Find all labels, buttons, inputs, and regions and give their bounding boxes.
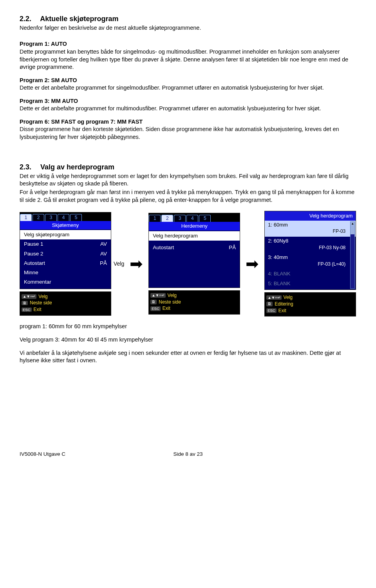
esc-icon: ESC: [150, 306, 161, 311]
intro-2-2: Nedenfor følger en beskrivelse av de mes…: [20, 24, 356, 32]
menu-item[interactable]: AutostartPÅ: [20, 259, 111, 268]
tab-3[interactable]: 3: [45, 214, 57, 221]
tab-5[interactable]: 5: [70, 214, 82, 221]
program-6-7: Program 6: SM FAST og program 7: MM FAST…: [20, 118, 356, 141]
screen-herdemeny: 1 2 3 4 5 Herdemeny Velg herdeprogram Au…: [148, 213, 240, 288]
menu-item[interactable]: Velg skjøteprogram: [20, 230, 111, 239]
scroll-up-icon[interactable]: ▲: [351, 222, 354, 226]
velg-label: Velg: [114, 260, 124, 268]
arrows-icon: ▲▼+↵: [150, 293, 165, 298]
menu-item[interactable]: Velg herdeprogram: [149, 231, 240, 241]
page-icon: 🗎: [150, 300, 157, 304]
arrow-right-icon: ➡: [246, 256, 259, 272]
program-item[interactable]: 4: BLANK: [265, 270, 356, 280]
program-1: Program 1: AUTO Dette programmet kan ben…: [20, 40, 356, 71]
post-line-1: program 1: 60mm for 60 mm krympehylser: [20, 323, 356, 331]
program-item[interactable]: 5: BLANK: [265, 279, 356, 290]
scroll-thumb[interactable]: [351, 226, 354, 234]
page-icon: 🗎: [266, 302, 273, 306]
program-item[interactable]: 2: 60Ny8 FP-03 Ny-08: [265, 237, 356, 253]
para-2-3-b: For å velge herdeprogram går man først i…: [20, 189, 356, 204]
esc-icon: ESC: [266, 308, 277, 313]
screen-velg-herdeprogram: Velg herdeprogram 1: 60mm FP-03 2: 60Ny8…: [264, 211, 356, 290]
post-line-3: Vi anbefaler å la skjøtehylsene avkjøle …: [20, 349, 356, 365]
arrows-icon: ▲▼+↵: [266, 295, 281, 300]
screen-title: Herdemeny: [149, 222, 240, 230]
hint-bar: ▲▼+↵Velg 🗎Neste side ESCExit: [148, 290, 240, 315]
esc-icon: ESC: [22, 307, 32, 312]
page-footer: IV5008-N Utgave C Side 8 av 23: [20, 451, 356, 458]
arrow-right-icon: ➡: [130, 256, 143, 272]
menu-item[interactable]: AutostartPÅ: [149, 243, 240, 252]
program-3: Program 3: MM AUTO Dette er det anbefalt…: [20, 97, 356, 113]
footer-left: IV5008-N Utgave C: [20, 451, 65, 458]
screen-title: Velg herdeprogram: [265, 211, 356, 221]
program-item[interactable]: 3: 40mm FP-03 (L=40): [265, 253, 356, 270]
tab-1[interactable]: 1: [149, 215, 161, 222]
menu-item[interactable]: Minne: [20, 268, 111, 277]
footer-center: Side 8 av 23: [20, 451, 356, 458]
screenshots-row: 1 2 3 4 5 Skjøtemeny Velg skjøteprogram …: [20, 211, 356, 316]
page-icon: 🗎: [22, 301, 28, 306]
menu-item[interactable]: Pause 2AV: [20, 249, 111, 259]
arrows-icon: ▲▼+↵: [22, 294, 36, 299]
hint-bar: ▲▼+↵Velg 🗎Editering ESCExit: [264, 292, 356, 316]
program-2: Program 2: SM AUTO Dette er det anbefalt…: [20, 77, 356, 92]
heading-2-2: 2.2. Aktuelle skjøteprogram: [20, 14, 356, 23]
tab-4[interactable]: 4: [58, 214, 69, 221]
tab-3[interactable]: 3: [174, 215, 186, 222]
screen-title: Skjøtemeny: [20, 221, 111, 230]
menu-item[interactable]: Pause 1AV: [20, 239, 111, 249]
hint-bar: ▲▼+↵Velg 🗎Neste side ESCExit: [20, 291, 111, 316]
screen-skjotemeny: 1 2 3 4 5 Skjøtemeny Velg skjøteprogram …: [20, 212, 111, 289]
tab-2[interactable]: 2: [33, 214, 44, 221]
tab-strip: 1 2 3 4 5: [20, 212, 111, 221]
scrollbar[interactable]: ▲: [350, 221, 355, 289]
tab-2[interactable]: 2: [161, 215, 173, 222]
tab-1[interactable]: 1: [20, 214, 32, 221]
post-line-2: Velg program 3: 40mm for 40 til 45 mm kr…: [20, 336, 356, 344]
para-2-3-a: Det er viktig å velge herdeprogrammet so…: [20, 173, 356, 188]
tab-4[interactable]: 4: [186, 215, 198, 222]
program-item[interactable]: 1: 60mm FP-03: [265, 221, 356, 237]
heading-2-3: 2.3. Valg av herdeprogram: [20, 162, 356, 172]
menu-item[interactable]: Kommentar: [20, 277, 111, 287]
tab-5[interactable]: 5: [199, 215, 211, 222]
